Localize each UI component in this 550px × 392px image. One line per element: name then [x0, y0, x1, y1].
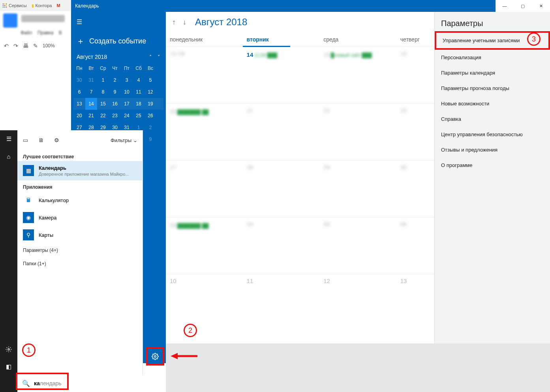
mini-day-cell[interactable]: 14 — [85, 98, 97, 110]
mini-day-cell[interactable]: 12 — [145, 86, 156, 98]
params-line[interactable]: Параметры (4+) — [17, 244, 143, 257]
mini-day-cell[interactable]: 8 — [97, 86, 109, 98]
day-number[interactable]: 16 — [400, 50, 407, 57]
mini-day-cell[interactable]: 11 — [133, 86, 145, 98]
prev-period-button[interactable]: ↑ — [172, 18, 176, 26]
mini-day-cell[interactable]: 25 — [133, 110, 145, 122]
dow-header[interactable]: среда — [319, 32, 396, 47]
bookmark-office[interactable]: ▮ Контора — [29, 3, 54, 8]
paint-icon[interactable]: ✎ — [33, 43, 38, 49]
next-period-button[interactable]: ↓ — [183, 18, 186, 26]
day-number[interactable]: 27 — [170, 164, 176, 171]
day-number[interactable]: 05 — [323, 221, 330, 227]
settings-item[interactable]: Центр управления безопасностью — [435, 127, 550, 142]
mini-day-cell[interactable]: 1 — [97, 74, 109, 86]
new-event-button[interactable]: ＋ Создать событие — [71, 32, 166, 54]
mini-day-cell[interactable]: 21 — [85, 110, 97, 122]
undo-icon[interactable]: ↶ — [4, 43, 9, 49]
mini-day-cell[interactable]: 22 — [97, 110, 109, 122]
app-result-calculator[interactable]: 🖩 Калькулятор — [17, 191, 143, 209]
settings-item[interactable]: Отзывы и предложения — [435, 142, 550, 158]
settings-item[interactable]: Параметры календаря — [435, 65, 550, 81]
folders-line[interactable]: Папки (1+) — [17, 257, 143, 270]
mini-day-cell[interactable]: 16 — [109, 98, 121, 110]
mini-day-cell[interactable]: 3 — [121, 74, 133, 86]
day-number[interactable]: 23 — [400, 107, 407, 114]
mini-day-cell[interactable]: 15 — [97, 98, 109, 110]
bookmark-gmail[interactable]: M — [54, 3, 62, 8]
settings-item[interactable]: Справка — [435, 111, 550, 127]
zoom-value[interactable]: 100% — [43, 43, 55, 49]
minimize-button[interactable]: ― — [496, 0, 514, 12]
scope-apps-icon[interactable]: ▭ — [23, 137, 28, 143]
mini-day-cell[interactable]: 13 — [73, 98, 85, 110]
event-blur[interactable]: 11:00 ███ — [253, 53, 278, 58]
docs-menu-view[interactable]: В — [59, 30, 62, 36]
settings-gear-button[interactable] — [146, 347, 164, 366]
mini-day-cell[interactable]: 23 — [109, 110, 121, 122]
settings-item[interactable]: Новые возможности — [435, 96, 550, 111]
redo-icon[interactable]: ↷ — [13, 43, 18, 49]
apps-shortcut[interactable]: Сервисы — [0, 3, 29, 8]
day-number[interactable]: 04 — [247, 221, 253, 227]
event-blur[interactable]: █ новый сайт ███ — [330, 53, 373, 58]
event-blur[interactable]: ███████ ██ — [176, 109, 210, 115]
day-number-today[interactable]: 14 — [247, 51, 253, 58]
mini-day-cell[interactable]: 31 — [85, 74, 97, 86]
scope-settings-icon[interactable]: ⚙ — [54, 137, 59, 143]
event-blur[interactable]: ███████ ██ — [176, 223, 210, 229]
mini-prev-button[interactable]: ˄ — [149, 54, 152, 60]
mini-day-cell[interactable]: 26 — [145, 110, 156, 122]
rail-settings-button[interactable] — [0, 341, 17, 358]
day-number[interactable]: 12 — [323, 278, 330, 284]
docs-menu-edit[interactable]: Правка — [38, 30, 54, 36]
rail-expand-button[interactable]: ☰ — [0, 130, 17, 148]
maximize-button[interactable]: ▢ — [514, 0, 532, 12]
dow-header[interactable]: вторник — [243, 32, 320, 47]
day-number[interactable]: 28 — [247, 164, 253, 171]
day-number[interactable]: 13.08 — [170, 50, 185, 57]
mini-day-cell[interactable]: 2 — [145, 122, 156, 133]
day-number[interactable]: 20 — [170, 108, 176, 115]
docs-menu-file[interactable]: Файл — [21, 30, 32, 36]
settings-item[interactable]: О программе — [435, 158, 550, 173]
mini-day-cell[interactable]: 4 — [133, 74, 145, 86]
filters-dropdown[interactable]: Фильтры ⌄ — [111, 137, 137, 143]
mini-next-button[interactable]: ˅ — [158, 54, 160, 60]
day-number[interactable]: 22 — [323, 107, 330, 114]
day-number[interactable]: 15 — [323, 51, 330, 58]
day-number[interactable]: 06 — [400, 221, 407, 227]
mini-day-cell[interactable]: 9 — [109, 86, 121, 98]
scope-docs-icon[interactable]: 🗎 — [38, 137, 44, 143]
day-number[interactable]: 13 — [400, 278, 407, 284]
best-match-item[interactable]: ▦ Календарь Доверенное приложение магази… — [17, 161, 143, 180]
dow-header[interactable]: понедельник — [166, 32, 243, 47]
hamburger-button[interactable]: ☰ — [71, 12, 166, 32]
rail-power-button[interactable]: ◧ — [0, 358, 17, 375]
print-icon[interactable]: 🖶 — [23, 43, 28, 49]
mini-day-cell[interactable]: 5 — [145, 74, 156, 86]
day-number[interactable]: 11 — [247, 278, 253, 284]
day-number[interactable]: 03 — [170, 222, 176, 229]
mini-day-cell[interactable]: 30 — [73, 74, 85, 86]
settings-item[interactable]: Персонализация — [435, 50, 550, 65]
mini-day-cell[interactable]: 2 — [109, 74, 121, 86]
close-button[interactable]: ✕ — [532, 0, 550, 12]
app-result-camera[interactable]: ◉ Камера — [17, 209, 143, 226]
mini-day-cell[interactable]: 19 — [145, 98, 156, 110]
day-number[interactable]: 10 — [170, 278, 176, 284]
day-number[interactable]: 30 — [400, 164, 407, 171]
rail-home-button[interactable]: ⌂ — [0, 148, 17, 165]
settings-item[interactable]: Параметры прогноза погоды — [435, 81, 550, 96]
mini-day-cell[interactable]: 9 — [145, 133, 156, 145]
mini-day-cell[interactable]: 18 — [133, 98, 145, 110]
mini-day-cell[interactable]: 10 — [121, 86, 133, 98]
mini-day-cell[interactable]: 24 — [121, 110, 133, 122]
day-number[interactable]: 29 — [323, 164, 330, 171]
day-number[interactable]: 21 — [247, 107, 253, 114]
mini-day-cell[interactable]: 6 — [73, 86, 85, 98]
mini-day-cell[interactable]: 7 — [85, 86, 97, 98]
mini-day-cell[interactable]: 20 — [73, 110, 85, 122]
app-result-maps[interactable]: ⚲ Карты — [17, 226, 143, 244]
mini-day-cell[interactable]: 17 — [121, 98, 133, 110]
